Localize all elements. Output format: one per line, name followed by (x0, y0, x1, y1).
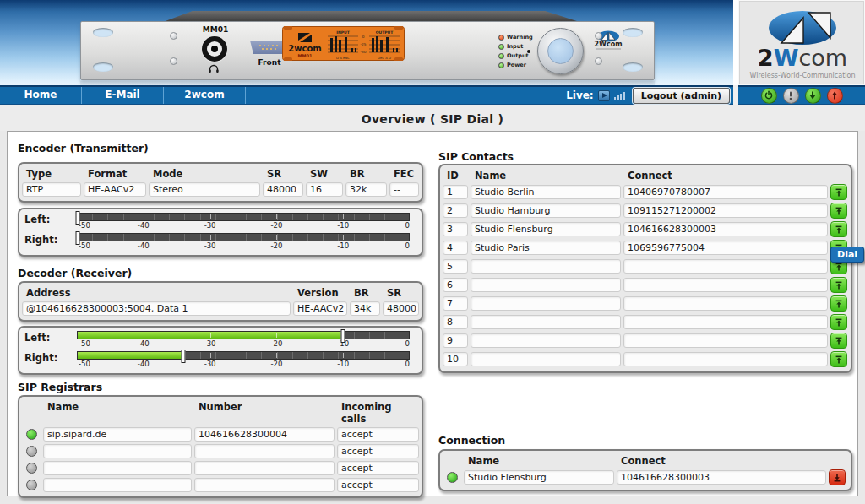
dial-button[interactable] (830, 221, 847, 237)
title-bar: Overview ( SIP Dial ) (0, 105, 865, 131)
dial-button[interactable] (830, 203, 847, 219)
encoder-level-meters: Left: -50-40-30-20-100 Right: (18, 208, 423, 257)
rack-hole (623, 62, 643, 72)
banner-background: MM01 (0, 0, 733, 85)
svg-text:OUTPUT: OUTPUT (376, 30, 394, 35)
contact-row: 9 (443, 333, 848, 349)
connection-row: Studio Flensburg 104616628300003 (443, 469, 848, 485)
meter-scale: -50-40-30-20-100 (77, 241, 410, 251)
dial-button[interactable] (830, 184, 847, 200)
meter-handle (76, 231, 80, 245)
col-header: SW (307, 168, 344, 180)
registrar-name (43, 478, 192, 492)
meter-handle (182, 350, 186, 363)
contact-id: 10 (443, 352, 468, 366)
power-icon[interactable] (761, 88, 777, 104)
contact-id: 9 (443, 333, 468, 348)
connection-heading: Connection (438, 434, 505, 447)
device-photo: MM01 (80, 10, 655, 84)
decoder-table: Address Version BR SR @104616628300003:5… (18, 281, 423, 322)
device-led-row: Warning (498, 33, 533, 41)
contact-name: Studio Berlin (471, 185, 621, 199)
led-indicator (498, 62, 504, 68)
col-header: Name (465, 455, 615, 467)
registrar-incoming-calls: accept (337, 461, 419, 475)
col-header: Type (23, 168, 82, 180)
svg-text:INPUT: INPUT (336, 30, 350, 35)
col-header-led (443, 455, 462, 467)
registrar-row: accept (22, 461, 419, 475)
registrar-status-led (26, 429, 37, 440)
dial-button[interactable] (830, 295, 847, 312)
encoder-table: Type Format Mode SR SW BR FEC RTP HE-AAC… (18, 162, 423, 203)
decoder-sr: 48000 (383, 301, 419, 316)
content-panel: Encoder (Transmitter) Type Format Mode S… (7, 131, 858, 496)
decoder-br: 34k (350, 301, 380, 316)
led-label: Output (507, 52, 529, 59)
download-arrow-icon[interactable] (805, 88, 821, 104)
contact-id: 1 (443, 185, 468, 199)
decoder-address: @104616628300003:5004, Data 1 (22, 301, 291, 316)
col-header: Connect (624, 170, 829, 182)
upload-arrow-icon[interactable] (827, 88, 843, 104)
alert-icon[interactable] (783, 88, 799, 104)
col-header-led (23, 401, 41, 425)
connection-connect: 104616628300003 (617, 470, 826, 485)
col-header: FEC (390, 168, 418, 180)
col-header-actions (831, 170, 847, 182)
rack-hole (93, 28, 113, 37)
contact-connect (623, 259, 828, 274)
registrar-name: sip.sipard.de (43, 427, 192, 442)
dial-button[interactable] (830, 333, 847, 349)
sip-registrars-table: Name Number Incoming calls sip.sipard.de… (18, 395, 423, 498)
svg-text:MM01: MM01 (298, 53, 313, 58)
live-play-icon[interactable] (598, 90, 610, 101)
registrar-number (194, 461, 335, 475)
rack-ear-right (607, 22, 654, 79)
contact-connect: 104616628300003 (623, 222, 828, 236)
contact-id: 2 (443, 203, 468, 218)
encoder-format: HE-AACv2 (84, 182, 146, 197)
led-indicator (498, 53, 504, 59)
device-lcd-display: 2wcom MM01 INPUT OUTPUT 0 -25 -50 (282, 26, 405, 61)
meter-fill (78, 352, 183, 359)
dial-button[interactable] (830, 351, 847, 367)
encoder-br: 32k (345, 182, 387, 197)
meter-handle (340, 329, 345, 343)
nav-tab[interactable]: 2wcom (164, 87, 246, 104)
col-header: Connect (617, 455, 827, 467)
contact-connect (623, 333, 828, 348)
registrar-name (43, 444, 192, 458)
meter-handle (76, 211, 80, 225)
nav-tab[interactable]: Home (0, 87, 82, 104)
contact-connect: 1069596775004 (623, 241, 828, 255)
hangup-button[interactable] (829, 469, 846, 485)
contact-name (471, 315, 621, 329)
contact-row: 6 (443, 277, 848, 293)
nav-tab[interactable]: E-Mail (82, 87, 164, 104)
page-title: Overview ( SIP Dial ) (0, 105, 865, 126)
rack-ear-left (81, 22, 128, 79)
contact-name (471, 259, 621, 274)
led-indicator (498, 44, 504, 50)
dial-button[interactable] (830, 277, 847, 293)
brand-logo-panel: 2Wcom Wireless-World-Communication (738, 0, 865, 85)
col-header: Format (84, 168, 147, 180)
contact-connect (623, 278, 828, 292)
svg-text:2wcom: 2wcom (288, 44, 321, 53)
meter-scale: -50-40-30-20-100 (77, 221, 410, 230)
dial-button[interactable] (830, 314, 847, 330)
sip-registrars-heading: SIP Registrars (18, 381, 102, 393)
registrar-row: accept (22, 478, 419, 492)
contact-row: 5 (443, 258, 848, 274)
logout-button[interactable]: Logout (admin) (633, 88, 730, 104)
col-header: BR (346, 168, 388, 180)
svg-text:0: 0 (362, 35, 365, 39)
meter-label-left: Left: (24, 330, 77, 350)
registrar-number (194, 444, 335, 458)
meter-scale: -50-40-30-20-100 (77, 339, 410, 349)
contact-id: 5 (443, 259, 468, 274)
contact-name: Studio Hamburg (471, 203, 621, 218)
contact-name (471, 333, 621, 348)
rotary-knob (537, 28, 584, 74)
